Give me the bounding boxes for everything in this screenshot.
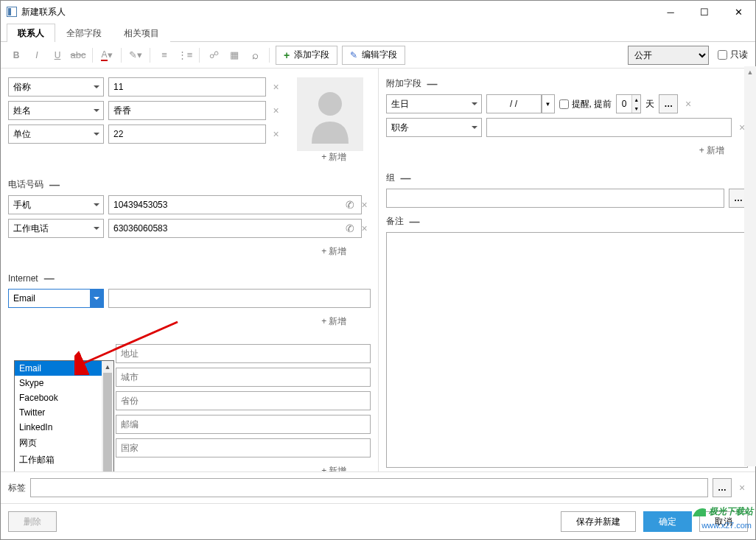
- address-input[interactable]: [116, 344, 371, 363]
- job-dropdown[interactable]: 职务: [386, 118, 482, 137]
- add-extra-field[interactable]: + 新增: [386, 141, 749, 164]
- clear-name[interactable]: ×: [270, 105, 282, 116]
- phone-icon[interactable]: ✆: [346, 222, 354, 234]
- highlight-button[interactable]: ✎▾: [127, 47, 144, 63]
- clear-workphone[interactable]: ×: [359, 222, 371, 234]
- tags-input[interactable]: [30, 478, 708, 497]
- phone-header: 电话号码 —: [8, 178, 371, 191]
- dropdown-option[interactable]: Facebook: [15, 390, 113, 405]
- plus-icon: +: [284, 49, 290, 61]
- app-icon: [7, 7, 17, 17]
- watermark-url: www.x27.com: [701, 521, 752, 530]
- strike-button[interactable]: abc: [70, 47, 86, 63]
- font-color-button[interactable]: A▾: [99, 47, 115, 63]
- tab-related[interactable]: 相关项目: [113, 24, 170, 42]
- delete-button[interactable]: 删除: [8, 511, 57, 532]
- nickname-input[interactable]: [108, 77, 266, 97]
- dropdown-option[interactable]: LinkedIn: [15, 420, 113, 435]
- dropdown-option[interactable]: 工作网页: [15, 469, 113, 471]
- tags-more-button[interactable]: …: [713, 478, 732, 497]
- clear-company[interactable]: ×: [270, 128, 282, 140]
- remind-days-spinner[interactable]: ▲▼: [616, 94, 641, 113]
- notes-textarea[interactable]: [386, 232, 749, 468]
- numbered-list-button[interactable]: ≡: [156, 47, 172, 63]
- notes-header: 备注 —: [386, 215, 749, 228]
- date-input[interactable]: [486, 94, 542, 113]
- add-name-field[interactable]: + 新增: [8, 148, 371, 171]
- add-field-label: 添加字段: [294, 49, 329, 61]
- name-type-dropdown[interactable]: 姓名: [8, 101, 104, 120]
- minimize-button[interactable]: ─: [654, 1, 687, 23]
- name-input[interactable]: [108, 101, 266, 120]
- dropdown-option[interactable]: Twitter: [15, 405, 113, 420]
- main-scrollbar[interactable]: ▲: [744, 69, 755, 466]
- workphone-input[interactable]: [108, 219, 362, 238]
- right-pane: 附加字段 — 生日 ▼ 提醒, 提前 ▲▼ 天 … × 职: [379, 69, 756, 471]
- tab-all-fields[interactable]: 全部字段: [55, 24, 113, 42]
- left-pane: 俗称 × 姓名 × 单位 × + 新增 电话号码 —: [1, 69, 379, 471]
- dropdown-option[interactable]: 网页: [15, 435, 113, 452]
- remind-label: 提醒, 提前: [572, 98, 612, 111]
- mobile-type-dropdown[interactable]: 手机: [8, 195, 104, 214]
- province-input[interactable]: [116, 391, 371, 410]
- avatar-placeholder[interactable]: [297, 77, 363, 151]
- underline-button[interactable]: U: [49, 47, 66, 63]
- internet-header: Internet —: [8, 273, 371, 284]
- internet-input[interactable]: [108, 289, 371, 308]
- edit-field-button[interactable]: ✎ 编辑字段: [342, 46, 405, 65]
- tab-contacts[interactable]: 联系人: [7, 24, 55, 42]
- link-button[interactable]: ☍: [206, 47, 222, 63]
- internet-type-dropdown[interactable]: Email: [8, 289, 104, 308]
- bold-button[interactable]: B: [8, 47, 24, 63]
- mobile-input[interactable]: [108, 195, 362, 214]
- watermark: 极光下载站: [691, 503, 753, 519]
- action-footer: 删除 保存并新建 确定 取消: [1, 503, 755, 539]
- nickname-type-dropdown[interactable]: 俗称: [8, 77, 104, 97]
- add-field-button[interactable]: + 添加字段: [276, 46, 337, 65]
- collapse-group[interactable]: —: [401, 172, 411, 184]
- add-phone-field[interactable]: + 新增: [8, 242, 371, 265]
- italic-button[interactable]: I: [29, 47, 45, 63]
- collapse-extra[interactable]: —: [427, 78, 438, 90]
- visibility-select[interactable]: 公开: [628, 46, 709, 65]
- city-input[interactable]: [116, 368, 371, 387]
- svg-point-0: [318, 92, 342, 116]
- more-button[interactable]: …: [659, 94, 678, 113]
- phone-icon[interactable]: ✆: [346, 199, 354, 211]
- remind-checkbox[interactable]: [559, 99, 569, 109]
- clear-nickname[interactable]: ×: [270, 81, 282, 93]
- birthday-dropdown[interactable]: 生日: [386, 94, 482, 113]
- attachment-button[interactable]: ⌕: [247, 47, 263, 63]
- extra-header: 附加字段 —: [386, 77, 749, 90]
- internet-dropdown-list[interactable]: Email Skype Facebook Twitter LinkedIn 网页…: [14, 360, 114, 471]
- clear-mobile[interactable]: ×: [359, 199, 371, 211]
- collapse-phone[interactable]: —: [49, 179, 60, 191]
- country-input[interactable]: [116, 438, 371, 457]
- company-input[interactable]: [108, 125, 266, 144]
- collapse-notes[interactable]: —: [410, 216, 420, 228]
- ok-button[interactable]: 确定: [643, 511, 692, 532]
- image-button[interactable]: ▦: [226, 47, 242, 63]
- clear-birthday[interactable]: ×: [682, 98, 694, 110]
- collapse-internet[interactable]: —: [44, 273, 55, 284]
- job-input[interactable]: [486, 118, 732, 137]
- bullet-list-button[interactable]: ⋮≡: [177, 47, 193, 63]
- readonly-input[interactable]: [718, 50, 727, 60]
- dropdown-option[interactable]: Skype: [15, 376, 113, 390]
- date-picker-icon[interactable]: ▼: [542, 94, 555, 113]
- dropdown-scrollbar[interactable]: ▲▼: [102, 361, 113, 471]
- close-button[interactable]: ✕: [721, 1, 755, 23]
- readonly-checkbox[interactable]: 只读: [718, 49, 748, 61]
- save-new-button[interactable]: 保存并新建: [561, 511, 636, 532]
- workphone-type-dropdown[interactable]: 工作电话: [8, 219, 104, 238]
- clear-tags[interactable]: ×: [736, 482, 748, 494]
- maximize-button[interactable]: ☐: [687, 1, 721, 23]
- company-type-dropdown[interactable]: 单位: [8, 125, 104, 144]
- tags-label: 标签: [8, 482, 26, 494]
- dropdown-option[interactable]: Email: [15, 361, 113, 376]
- zip-input[interactable]: [116, 415, 371, 434]
- tags-footer: 标签 … ×: [1, 471, 755, 503]
- add-internet-field[interactable]: + 新增: [8, 312, 371, 335]
- dropdown-option[interactable]: 工作邮箱: [15, 452, 113, 469]
- group-input[interactable]: [386, 189, 725, 208]
